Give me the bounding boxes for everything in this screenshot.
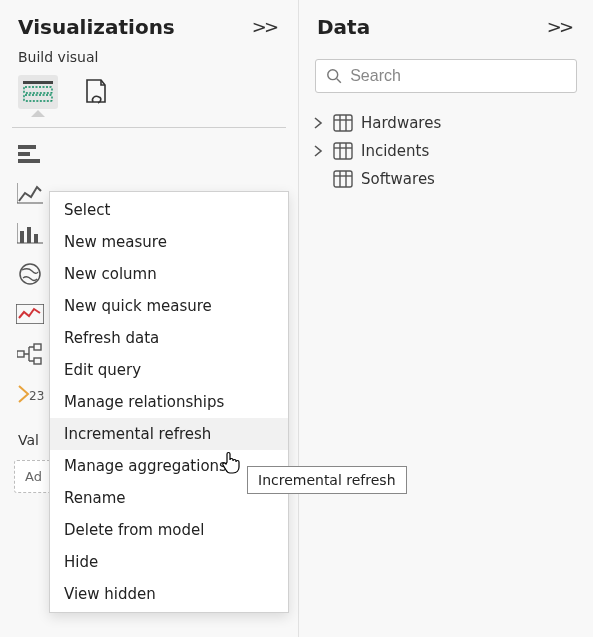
- svg-text:23: 23: [29, 389, 44, 403]
- svg-rect-3: [18, 145, 36, 149]
- search-wrap: [299, 49, 593, 105]
- svg-rect-8: [20, 231, 24, 243]
- collapse-visualizations-button[interactable]: >>: [248, 14, 280, 39]
- build-visual-label: Build visual: [0, 49, 298, 73]
- table-visual-icon: [23, 81, 53, 103]
- menu-item-view-hidden[interactable]: View hidden: [50, 578, 288, 610]
- svg-rect-1: [24, 87, 52, 93]
- menu-item-new-measure[interactable]: New measure: [50, 226, 288, 258]
- menu-item-refresh-data[interactable]: Refresh data: [50, 322, 288, 354]
- map-icon[interactable]: [14, 258, 46, 290]
- power-automate-icon[interactable]: 23: [14, 378, 46, 410]
- svg-line-20: [337, 79, 341, 83]
- table-name: Hardwares: [361, 114, 441, 132]
- table-name: Softwares: [361, 170, 435, 188]
- search-box[interactable]: [315, 59, 577, 93]
- search-icon: [326, 67, 342, 85]
- chevron-right-icon: [311, 145, 325, 157]
- svg-rect-15: [17, 351, 24, 357]
- visualizations-title: Visualizations: [18, 15, 175, 39]
- format-page-icon: [83, 78, 109, 106]
- svg-rect-21: [334, 115, 352, 131]
- data-pane: Data >> Hardwares: [298, 0, 593, 637]
- menu-item-new-quick-measure[interactable]: New quick measure: [50, 290, 288, 322]
- menu-item-hide[interactable]: Hide: [50, 546, 288, 578]
- svg-rect-2: [24, 95, 52, 101]
- svg-rect-9: [27, 227, 31, 243]
- svg-point-13: [20, 264, 40, 284]
- chevron-right-icon: [311, 117, 325, 129]
- svg-rect-29: [334, 171, 352, 187]
- menu-item-edit-query[interactable]: Edit query: [50, 354, 288, 386]
- menu-item-new-column[interactable]: New column: [50, 258, 288, 290]
- format-visual-tab[interactable]: [76, 75, 116, 109]
- build-visual-tab[interactable]: [18, 75, 58, 109]
- table-name: Incidents: [361, 142, 429, 160]
- table-icon: [333, 170, 353, 188]
- svg-rect-17: [34, 358, 41, 364]
- table-icon: [333, 114, 353, 132]
- data-title: Data: [317, 15, 370, 39]
- svg-rect-4: [18, 152, 30, 156]
- table-row[interactable]: Hardwares: [303, 109, 589, 137]
- search-input[interactable]: [350, 67, 566, 85]
- tooltip: Incremental refresh: [247, 466, 407, 494]
- menu-item-delete-from-model[interactable]: Delete from model: [50, 514, 288, 546]
- menu-item-manage-relationships[interactable]: Manage relationships: [50, 386, 288, 418]
- visualizations-header: Visualizations >>: [0, 0, 298, 49]
- fields-tree: Hardwares Incidents Softwares: [299, 105, 593, 197]
- svg-rect-16: [34, 344, 41, 350]
- svg-rect-25: [334, 143, 352, 159]
- table-icon: [333, 142, 353, 160]
- svg-rect-0: [23, 81, 53, 84]
- svg-point-19: [328, 70, 338, 80]
- table-context-menu: SelectNew measureNew columnNew quick mea…: [49, 191, 289, 613]
- data-header: Data >>: [299, 0, 593, 49]
- build-tool-row: [0, 73, 298, 119]
- table-row[interactable]: Incidents: [303, 137, 589, 165]
- kpi-icon[interactable]: [14, 298, 46, 330]
- stacked-bar-chart-icon[interactable]: [14, 138, 46, 170]
- svg-rect-5: [18, 159, 40, 163]
- svg-rect-10: [34, 234, 38, 243]
- menu-item-incremental-refresh[interactable]: Incremental refresh: [50, 418, 288, 450]
- clustered-column-chart-icon[interactable]: [14, 218, 46, 250]
- decomposition-tree-icon[interactable]: [14, 338, 46, 370]
- table-row[interactable]: Softwares: [303, 165, 589, 193]
- collapse-data-button[interactable]: >>: [543, 14, 575, 39]
- line-chart-icon[interactable]: [14, 178, 46, 210]
- menu-item-select[interactable]: Select: [50, 194, 288, 226]
